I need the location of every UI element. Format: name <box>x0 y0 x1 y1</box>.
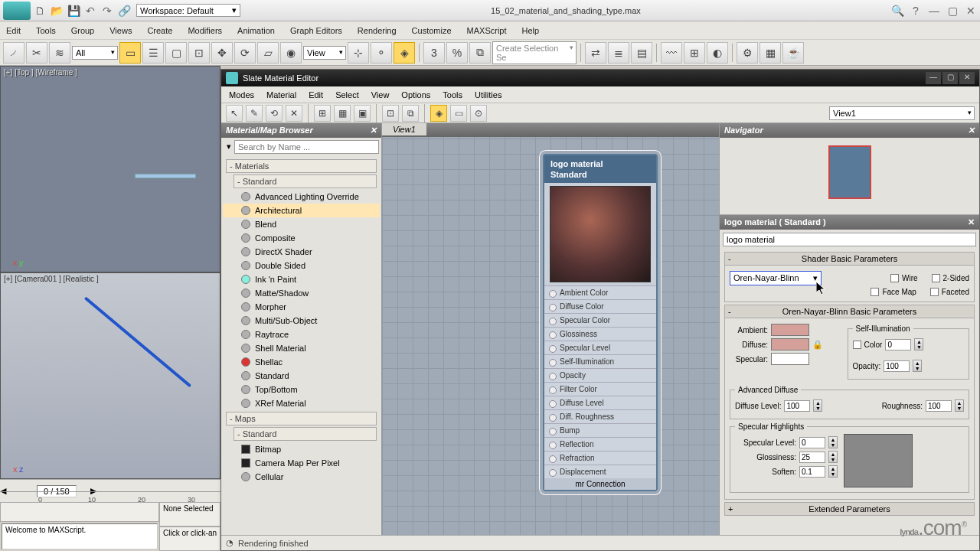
spinner-snap-icon[interactable]: ⧉ <box>469 42 491 64</box>
slate-canvas[interactable]: View1 logo material Standard Ambient Col… <box>382 123 719 550</box>
delete-icon[interactable]: ✕ <box>286 105 302 122</box>
render-setup-icon[interactable]: ⚙ <box>737 42 758 64</box>
specular-color[interactable] <box>771 353 809 365</box>
slot-filter[interactable]: Filter Color <box>544 382 656 396</box>
render-frame-icon[interactable]: ▦ <box>760 42 781 64</box>
snap-icon[interactable]: ◈ <box>394 42 415 64</box>
wire-checkbox[interactable] <box>890 274 899 282</box>
facemap-checkbox[interactable] <box>871 288 879 296</box>
window-crossing-icon[interactable]: ⊡ <box>188 42 210 64</box>
canvas-tab-view1[interactable]: View1 <box>382 123 426 135</box>
slate-menu-material[interactable]: Material <box>266 90 296 99</box>
ref-coord-icon[interactable]: ◉ <box>280 42 302 64</box>
browser-close-icon[interactable]: ✕ <box>370 126 377 135</box>
select-by-mat-icon[interactable]: ⊙ <box>470 105 487 122</box>
menu-group[interactable]: Group <box>71 26 95 35</box>
menu-customize[interactable]: Customize <box>412 26 452 35</box>
rollout-shader-basic[interactable]: -Shader Basic Parameters <box>724 252 975 266</box>
mat-id-icon[interactable]: ◈ <box>430 105 447 122</box>
eyedropper-icon[interactable]: ✎ <box>246 105 263 122</box>
faceted-checkbox[interactable] <box>930 288 939 296</box>
layout-all-icon[interactable]: ⊡ <box>382 105 399 122</box>
slate-title-bar[interactable]: Slate Material Editor — ▢ ✕ <box>221 70 979 86</box>
rotate-icon[interactable]: ⟳ <box>234 42 256 64</box>
mat-item[interactable]: DirectX Shader <box>223 245 380 259</box>
percent-snap-icon[interactable]: % <box>446 42 468 64</box>
map-item[interactable]: Cellular <box>223 470 380 484</box>
section-maps[interactable]: - Maps <box>226 412 377 425</box>
diffuse-color[interactable] <box>771 338 809 350</box>
slate-menu-modes[interactable]: Modes <box>229 90 254 99</box>
select-object-icon[interactable]: ▭ <box>119 42 141 64</box>
save-icon[interactable]: 💾 <box>67 5 80 17</box>
manipulate-icon[interactable]: ⚬ <box>371 42 392 64</box>
menu-help[interactable]: Help <box>522 26 540 35</box>
spec-level[interactable] <box>799 437 825 448</box>
mat-item[interactable]: Matte/Shadow <box>223 286 380 300</box>
align-icon[interactable]: ≣ <box>608 42 629 64</box>
diffuse-level[interactable] <box>784 400 810 412</box>
search-icon[interactable]: 🔍 <box>891 5 903 17</box>
menu-tools[interactable]: Tools <box>36 26 56 35</box>
mat-item[interactable]: Morpher <box>223 300 380 314</box>
slate-menu-tools[interactable]: Tools <box>443 90 462 99</box>
hide-unused-icon[interactable]: ▦ <box>334 105 351 122</box>
slate-menu-utilities[interactable]: Utilities <box>475 90 501 99</box>
mat-item[interactable]: Ink 'n Paint <box>223 272 380 286</box>
slot-speclevel[interactable]: Specular Level <box>544 341 656 354</box>
pick-icon[interactable]: ↖ <box>226 105 243 122</box>
undo-icon[interactable]: ↶ <box>84 5 96 17</box>
selection-filter[interactable]: All <box>72 46 118 60</box>
mat-item[interactable]: Multi/Sub-Object <box>223 314 380 328</box>
slate-menu-options[interactable]: Options <box>401 90 430 99</box>
show-map-icon[interactable]: ▣ <box>354 105 371 122</box>
slot-opacity[interactable]: Opacity <box>544 368 656 382</box>
assign-icon[interactable]: ⟲ <box>266 105 283 122</box>
slot-reflection[interactable]: Reflection <box>544 437 656 451</box>
mat-item-shellac[interactable]: Shellac <box>223 355 380 369</box>
close-icon[interactable]: ✕ <box>965 5 977 17</box>
node-header[interactable]: logo material Standard <box>544 155 656 183</box>
slate-menu-view[interactable]: View <box>371 90 390 99</box>
search-input[interactable] <box>234 140 379 154</box>
section-standard[interactable]: - Standard <box>234 174 377 188</box>
menu-views[interactable]: Views <box>109 26 132 35</box>
menu-grapheditors[interactable]: Graph Editors <box>290 26 342 35</box>
slate-maximize[interactable]: ▢ <box>942 72 958 84</box>
mirror-icon[interactable]: ⇄ <box>585 42 606 64</box>
menu-animation[interactable]: Animation <box>237 26 275 35</box>
menu-edit[interactable]: Edit <box>6 26 21 35</box>
redo-icon[interactable]: ↷ <box>101 5 113 17</box>
map-item[interactable]: Camera Map Per Pixel <box>223 456 380 470</box>
open-icon[interactable]: 📂 <box>51 5 63 17</box>
mat-item[interactable]: Shell Material <box>223 341 380 355</box>
slate-menu-select[interactable]: Select <box>335 90 359 99</box>
slot-bump[interactable]: Bump <box>544 423 656 437</box>
layout-children-icon[interactable]: ⧉ <box>402 105 419 122</box>
menu-create[interactable]: Create <box>147 26 172 35</box>
menu-maxscript[interactable]: MAXScript <box>467 26 507 35</box>
move-children-icon[interactable]: ⊞ <box>314 105 331 122</box>
mat-item[interactable]: Raytrace <box>223 328 380 341</box>
browser-tree[interactable]: - Materials - Standard Advanced Lighting… <box>221 156 381 550</box>
slot-diffuse[interactable]: Diffuse Color <box>544 299 656 313</box>
map-item[interactable]: Bitmap <box>223 442 380 456</box>
slate-close[interactable]: ✕ <box>959 72 975 84</box>
pivot-icon[interactable]: ⊹ <box>348 42 369 64</box>
move-icon[interactable]: ✥ <box>211 42 233 64</box>
param-close-icon[interactable]: ✕ <box>968 217 975 227</box>
slot-refraction[interactable]: Refraction <box>544 451 656 465</box>
mat-item[interactable]: XRef Material <box>223 396 380 410</box>
mat-item[interactable]: Double Sided <box>223 259 380 272</box>
help-icon[interactable]: ? <box>910 5 922 17</box>
selfillum-color-checkbox[interactable] <box>853 341 861 349</box>
lock-icon[interactable]: 🔒 <box>812 340 823 350</box>
section-maps-standard[interactable]: - Standard <box>234 427 377 441</box>
schematic-icon[interactable]: ⊞ <box>684 42 705 64</box>
angle-snap-icon[interactable]: 3 <box>423 42 445 64</box>
rollout-onb[interactable]: -Oren-Nayar-Blinn Basic Parameters <box>724 305 975 318</box>
minimize-icon[interactable]: — <box>928 5 940 17</box>
view-selector[interactable]: View1 <box>829 106 975 120</box>
viewport-camera[interactable]: [+] [Camera001 ] [Realistic ] x z <box>0 272 220 479</box>
slot-gloss[interactable]: Glossiness <box>544 327 656 341</box>
